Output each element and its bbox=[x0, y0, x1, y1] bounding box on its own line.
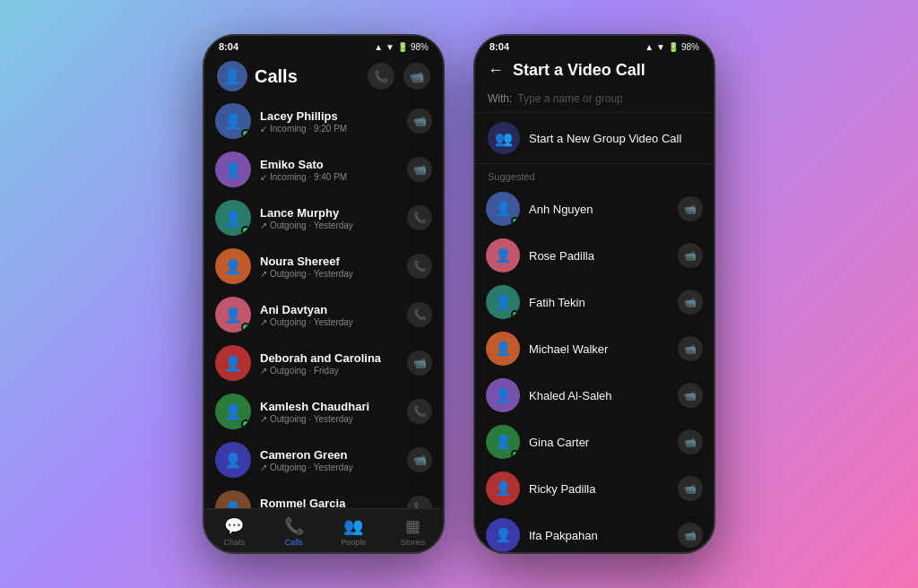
call-item[interactable]: 👤 Deborah and Carolina ↗ Outgoing · Frid… bbox=[204, 339, 443, 387]
phone-calls: 8:04 ▲ ▼ 🔋 98% 👤 Calls 📞 📹 👤 bbox=[203, 34, 445, 554]
contact-video-button[interactable]: 📹 bbox=[678, 336, 703, 361]
video-header: ← Start a Video Call bbox=[475, 54, 714, 85]
video-call-icon: 📹 bbox=[684, 250, 697, 262]
call-action-button[interactable]: 📹 bbox=[407, 108, 432, 134]
nav-label-stories: Stories bbox=[401, 538, 426, 547]
contact-item[interactable]: 👤 Gina Carter 📹 bbox=[475, 419, 714, 465]
call-avatar: 👤 bbox=[215, 297, 251, 333]
contact-item[interactable]: 👤 Anh Nguyen 📹 bbox=[475, 186, 714, 232]
call-action-button[interactable]: 📹 bbox=[407, 350, 432, 376]
call-type-icon: 📞 bbox=[413, 308, 427, 321]
signal-icon-2: ▲ bbox=[645, 42, 654, 52]
avatar-emoji: 👤 bbox=[224, 355, 242, 372]
contact-item[interactable]: 👤 Fatih Tekin 📹 bbox=[475, 279, 714, 325]
wifi-icon-2: ▼ bbox=[656, 42, 665, 52]
avatar-emoji: 👤 bbox=[224, 307, 242, 324]
contact-item[interactable]: 👤 Ricky Padilla 📹 bbox=[475, 465, 714, 512]
call-detail: ↗ Outgoing · Yesterday bbox=[260, 269, 398, 279]
avatar-emoji: 👤 bbox=[224, 403, 242, 420]
contact-name: Rose Padilla bbox=[529, 249, 669, 263]
call-name: Rommel Garcia bbox=[260, 497, 398, 509]
call-detail-text: Outgoing · Yesterday bbox=[270, 317, 353, 327]
contact-avatar-emoji: 👤 bbox=[495, 527, 512, 543]
call-name: Noura Shereef bbox=[260, 255, 398, 268]
nav-label-people: People bbox=[341, 538, 366, 547]
contact-name: Gina Carter bbox=[529, 436, 669, 449]
contact-name: Khaled Al-Saleh bbox=[529, 389, 669, 402]
call-detail: ↙ Incoming · 9:40 PM bbox=[260, 172, 398, 182]
nav-item-people[interactable]: 👥 People bbox=[324, 509, 384, 552]
contact-avatar-emoji: 👤 bbox=[495, 201, 512, 217]
call-type-icon: 📹 bbox=[413, 357, 427, 369]
call-avatar: 👤 bbox=[215, 345, 251, 381]
contact-item[interactable]: 👤 Ifa Pakpahan 📹 bbox=[475, 512, 714, 552]
nav-item-chats[interactable]: 💬 Chats bbox=[204, 509, 264, 552]
contact-avatar: 👤 bbox=[486, 518, 520, 552]
header-phone-button[interactable]: 📞 bbox=[368, 63, 394, 90]
group-call-row[interactable]: 👥 Start a New Group Video Call bbox=[475, 113, 714, 164]
call-avatar: 👤 bbox=[215, 200, 251, 236]
contact-item[interactable]: 👤 Khaled Al-Saleh 📹 bbox=[475, 372, 714, 419]
contact-video-button[interactable]: 📹 bbox=[678, 429, 703, 454]
contacts-list: 👤 Anh Nguyen 📹 👤 Rose Padilla 📹 👤 Fatih … bbox=[475, 186, 714, 552]
contact-video-button[interactable]: 📹 bbox=[678, 476, 703, 501]
call-action-button[interactable]: 📞 bbox=[407, 254, 432, 279]
contact-avatar: 👤 bbox=[486, 192, 520, 226]
nav-item-calls[interactable]: 📞 Calls bbox=[264, 509, 325, 552]
contact-name: Michael Walker bbox=[529, 342, 669, 356]
call-action-button[interactable]: 📹 bbox=[407, 157, 432, 182]
call-item[interactable]: 👤 Lance Murphy ↗ Outgoing · Yesterday 📞 bbox=[204, 194, 443, 242]
call-info: Cameron Green ↗ Outgoing · Yesterday bbox=[260, 448, 398, 472]
battery-percent: 98% bbox=[411, 42, 429, 52]
back-button[interactable]: ← bbox=[488, 61, 504, 80]
call-avatar: 👤 bbox=[215, 490, 251, 508]
status-icons-2: ▲ ▼ 🔋 98% bbox=[645, 42, 699, 52]
header-video-button[interactable]: 📹 bbox=[403, 63, 430, 90]
video-call-icon: 📹 bbox=[684, 483, 697, 495]
contact-avatar: 👤 bbox=[486, 332, 520, 366]
call-action-button[interactable]: 📞 bbox=[407, 302, 432, 327]
contact-video-button[interactable]: 📹 bbox=[678, 243, 703, 268]
contact-item[interactable]: 👤 Michael Walker 📹 bbox=[475, 325, 714, 372]
contact-item[interactable]: 👤 Rose Padilla 📹 bbox=[475, 232, 714, 279]
call-info: Rommel Garcia 📞 Missed bbox=[260, 497, 398, 509]
call-action-button[interactable]: 📞 bbox=[407, 399, 432, 424]
contact-video-button[interactable]: 📹 bbox=[678, 290, 703, 315]
contact-video-button[interactable]: 📹 bbox=[678, 383, 703, 408]
call-item[interactable]: 👤 Lacey Phillips ↙ Incoming · 9:20 PM 📹 bbox=[204, 97, 443, 145]
contact-avatar-emoji: 👤 bbox=[495, 434, 512, 450]
status-bar-2: 8:04 ▲ ▼ 🔋 98% bbox=[475, 36, 714, 54]
contact-name: Ifa Pakpahan bbox=[529, 529, 669, 542]
phone-icon: 📞 bbox=[374, 70, 388, 83]
call-item[interactable]: 👤 Noura Shereef ↗ Outgoing · Yesterday 📞 bbox=[204, 242, 443, 290]
header-icons: 📞 📹 bbox=[368, 63, 430, 90]
call-action-button[interactable]: 📞 bbox=[407, 205, 432, 230]
status-time-1: 8:04 bbox=[219, 41, 238, 52]
call-action-button[interactable]: 📞 bbox=[407, 496, 432, 508]
call-type-icon: 📞 bbox=[413, 502, 427, 508]
call-item[interactable]: 👤 Ani Davtyan ↗ Outgoing · Yesterday 📞 bbox=[204, 290, 443, 339]
call-detail: ↗ Outgoing · Yesterday bbox=[260, 463, 398, 472]
call-detail-text: Outgoing · Yesterday bbox=[270, 414, 353, 424]
call-avatar: 👤 bbox=[215, 103, 251, 139]
call-item[interactable]: 👤 Cameron Green ↗ Outgoing · Yesterday 📹 bbox=[204, 436, 443, 484]
call-info: Emiko Sato ↙ Incoming · 9:40 PM bbox=[260, 158, 398, 182]
contact-video-button[interactable]: 📹 bbox=[678, 196, 703, 221]
wifi-icon: ▼ bbox=[385, 42, 394, 52]
nav-label-calls: Calls bbox=[285, 538, 303, 547]
call-item[interactable]: 👤 Emiko Sato ↙ Incoming · 9:40 PM 📹 bbox=[204, 145, 443, 194]
call-info: Lance Murphy ↗ Outgoing · Yesterday bbox=[260, 206, 398, 230]
call-item[interactable]: 👤 Rommel Garcia 📞 Missed 📞 bbox=[204, 484, 443, 508]
call-detail-text: Incoming · 9:20 PM bbox=[270, 124, 347, 134]
call-direction-icon: ↙ bbox=[260, 172, 267, 182]
avatar-emoji: 👤 bbox=[224, 113, 242, 130]
call-item[interactable]: 👤 Kamlesh Chaudhari ↗ Outgoing · Yesterd… bbox=[204, 387, 443, 436]
contact-video-button[interactable]: 📹 bbox=[678, 523, 703, 548]
call-type-icon: 📞 bbox=[413, 405, 427, 418]
nav-item-stories[interactable]: ▦ Stories bbox=[384, 509, 444, 552]
call-detail: ↗ Outgoing · Yesterday bbox=[260, 414, 398, 424]
phone-video-call: 8:04 ▲ ▼ 🔋 98% ← Start a Video Call With… bbox=[473, 34, 715, 554]
search-input-placeholder[interactable]: Type a name or group bbox=[517, 92, 622, 105]
call-type-icon: 📞 bbox=[413, 212, 427, 224]
call-action-button[interactable]: 📹 bbox=[407, 447, 432, 472]
